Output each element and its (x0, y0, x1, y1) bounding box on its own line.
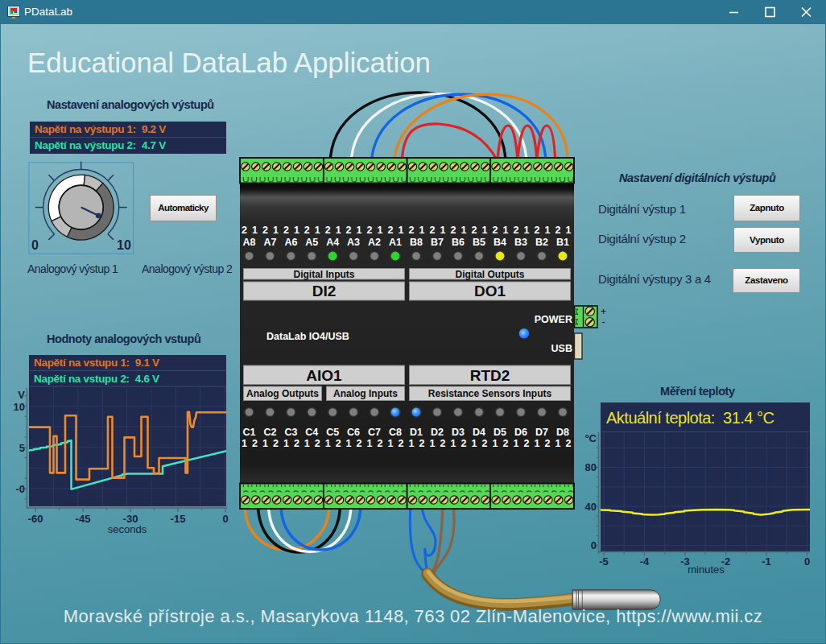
svg-text:1: 1 (535, 438, 540, 449)
svg-text:DI2: DI2 (312, 283, 337, 299)
svg-text:2: 2 (388, 225, 394, 236)
svg-text:Digital Inputs: Digital Inputs (294, 269, 355, 280)
svg-text:2: 2 (378, 438, 383, 449)
svg-text:USB: USB (551, 343, 572, 354)
svg-text:D5: D5 (494, 427, 506, 438)
svg-text:seconds: seconds (108, 523, 147, 535)
svg-text:1: 1 (399, 225, 404, 236)
svg-text:A2: A2 (368, 237, 381, 248)
svg-text:Digital Outputs: Digital Outputs (456, 269, 525, 280)
svg-text:1: 1 (283, 438, 289, 449)
svg-text:2: 2 (325, 225, 331, 236)
svg-text:10: 10 (14, 401, 25, 413)
svg-text:C3: C3 (284, 427, 297, 438)
svg-text:1: 1 (514, 438, 519, 449)
svg-text:0: 0 (804, 555, 810, 568)
svg-text:A8: A8 (243, 237, 256, 248)
svg-text:-60: -60 (28, 513, 43, 525)
svg-text:2: 2 (545, 438, 551, 449)
svg-text:1: 1 (524, 225, 530, 236)
svg-text:Resistance Sensors Inputs: Resistance Sensors Inputs (428, 388, 552, 399)
svg-text:B4: B4 (494, 237, 506, 248)
svg-text:2: 2 (524, 438, 530, 449)
svg-text:2: 2 (242, 225, 247, 236)
svg-text:2: 2 (482, 438, 488, 449)
svg-text:80: 80 (585, 461, 597, 473)
svg-text:Analog Inputs: Analog Inputs (333, 388, 398, 399)
svg-text:RTD2: RTD2 (470, 367, 510, 384)
svg-text:D4: D4 (473, 427, 485, 438)
svg-text:minutes: minutes (688, 564, 725, 576)
svg-text:2: 2 (535, 225, 540, 236)
svg-text:2: 2 (514, 225, 519, 236)
svg-text:5: 5 (19, 442, 25, 454)
svg-text:1: 1 (252, 225, 258, 236)
svg-text:2: 2 (399, 438, 404, 449)
svg-text:D3: D3 (452, 427, 465, 438)
svg-text:1: 1 (336, 225, 341, 236)
svg-text:1: 1 (472, 438, 477, 449)
svg-text:B1: B1 (556, 237, 569, 248)
svg-text:2: 2 (315, 438, 320, 449)
svg-text:2: 2 (493, 225, 498, 236)
svg-text:D6: D6 (514, 427, 527, 438)
svg-text:1: 1 (273, 225, 279, 236)
svg-text:C4: C4 (305, 427, 318, 438)
svg-text:2: 2 (273, 438, 279, 449)
svg-text:D8: D8 (556, 427, 569, 438)
svg-text:1: 1 (545, 225, 551, 236)
svg-text:1: 1 (493, 438, 498, 449)
svg-text:1: 1 (262, 438, 268, 449)
svg-text:B6: B6 (452, 237, 465, 248)
svg-text:2: 2 (430, 225, 436, 236)
svg-text:10: 10 (117, 238, 131, 252)
svg-text:-: - (602, 316, 605, 328)
svg-text:A1: A1 (389, 237, 402, 248)
svg-text:2: 2 (262, 225, 268, 236)
svg-text:C8: C8 (389, 427, 402, 438)
svg-text:2: 2 (555, 225, 561, 236)
svg-text:1: 1 (294, 225, 299, 236)
svg-text:-1: -1 (762, 555, 771, 568)
svg-text:B3: B3 (514, 237, 527, 248)
svg-text:1: 1 (566, 225, 572, 236)
svg-text:B5: B5 (473, 237, 485, 248)
svg-text:B7: B7 (431, 237, 444, 248)
svg-text:2: 2 (451, 225, 456, 236)
svg-text:1: 1 (461, 225, 467, 236)
svg-text:1: 1 (503, 225, 509, 236)
svg-text:-15: -15 (171, 513, 186, 525)
svg-text:0: 0 (31, 238, 39, 252)
svg-text:1: 1 (388, 438, 394, 449)
svg-text:40: 40 (585, 501, 597, 513)
svg-text:POWER: POWER (535, 314, 572, 325)
svg-text:V: V (18, 389, 25, 401)
svg-text:2: 2 (461, 438, 467, 449)
svg-text:1: 1 (357, 225, 362, 236)
svg-text:C6: C6 (347, 427, 360, 438)
svg-text:C7: C7 (368, 427, 381, 438)
svg-text:B2: B2 (535, 237, 548, 248)
svg-text:1: 1 (325, 438, 331, 449)
svg-text:B8: B8 (410, 237, 423, 248)
svg-text:1: 1 (430, 438, 436, 449)
svg-text:A4: A4 (326, 237, 339, 248)
svg-text:1: 1 (440, 225, 446, 236)
svg-text:A7: A7 (263, 237, 276, 248)
svg-text:2: 2 (472, 225, 477, 236)
svg-text:1: 1 (304, 438, 310, 449)
svg-text:-0: -0 (15, 483, 25, 495)
svg-text:DataLab IO4/USB: DataLab IO4/USB (266, 331, 349, 342)
svg-text:D2: D2 (431, 427, 444, 438)
svg-text:1: 1 (419, 225, 425, 236)
svg-text:2: 2 (566, 438, 572, 449)
svg-text:2: 2 (409, 225, 415, 236)
svg-text:DO1: DO1 (474, 283, 506, 299)
svg-text:°C: °C (584, 432, 597, 444)
svg-text:-45: -45 (76, 513, 91, 525)
svg-text:A3: A3 (347, 237, 360, 248)
svg-text:1: 1 (451, 438, 456, 449)
svg-text:+: + (601, 306, 606, 317)
svg-text:2: 2 (440, 438, 446, 449)
svg-text:1: 1 (409, 438, 415, 449)
